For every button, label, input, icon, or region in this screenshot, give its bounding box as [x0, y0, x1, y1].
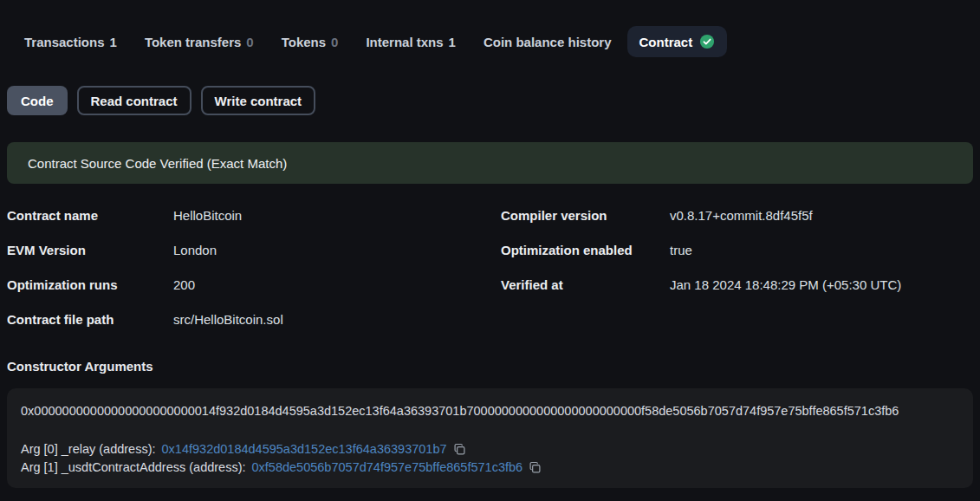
copy-icon: [453, 443, 466, 456]
tab-label: Internal txns: [366, 35, 443, 49]
tab-tokens[interactable]: Tokens 0: [282, 35, 339, 49]
read-contract-button[interactable]: Read contract: [77, 86, 191, 115]
tab-internal-txns[interactable]: Internal txns 1: [366, 35, 456, 49]
compiler-version-value: v0.8.17+commit.8df45f5f: [670, 208, 980, 223]
evm-version-label: EVM Version: [7, 243, 173, 257]
tab-label: Coin balance history: [484, 35, 612, 49]
optimization-runs-value: 200: [173, 277, 501, 292]
constructor-args-raw-hex: 0x00000000000000000000000014f932d0184d45…: [21, 402, 959, 420]
constructor-arg-row: Arg [0] _relay (address): 0x14f932d0184d…: [21, 440, 959, 459]
code-button[interactable]: Code: [7, 86, 68, 115]
compiler-version-label: Compiler version: [501, 208, 670, 223]
evm-version-value: London: [173, 243, 501, 257]
tab-count: 0: [246, 35, 253, 49]
optimization-enabled-label: Optimization enabled: [501, 243, 670, 257]
tab-count: 1: [449, 35, 456, 49]
copy-address-button[interactable]: [529, 461, 542, 474]
tab-bar: Transactions 1 Token transfers 0 Tokens …: [24, 24, 980, 59]
write-contract-button[interactable]: Write contract: [201, 86, 316, 115]
verification-banner-text: Contract Source Code Verified (Exact Mat…: [28, 156, 287, 171]
contract-info-grid: Contract name HelloBitcoin Compiler vers…: [7, 198, 980, 336]
contract-subtabs: Code Read contract Write contract: [7, 86, 980, 115]
constructor-arguments-block: 0x00000000000000000000000014f932d0184d45…: [7, 388, 973, 488]
tab-contract[interactable]: Contract: [627, 26, 728, 57]
verification-banner: Contract Source Code Verified (Exact Mat…: [7, 142, 973, 184]
copy-address-button[interactable]: [453, 443, 466, 456]
tab-label: Tokens: [282, 35, 326, 49]
optimization-runs-label: Optimization runs: [7, 277, 173, 292]
tab-label: Token transfers: [145, 35, 241, 49]
contract-name-label: Contract name: [7, 208, 173, 223]
verified-at-value: Jan 18 2024 18:48:29 PM (+05:30 UTC): [670, 277, 980, 292]
optimization-enabled-value: true: [670, 243, 980, 257]
contract-file-path-value: src/HelloBitcoin.sol: [173, 312, 501, 327]
contract-name-value: HelloBitcoin: [173, 208, 501, 223]
arg-address-link[interactable]: 0xf58de5056b7057d74f957e75bffe865f571c3f…: [252, 459, 523, 477]
tab-label: Contract: [639, 35, 693, 49]
tab-token-transfers[interactable]: Token transfers 0: [145, 35, 254, 49]
arg-prefix: Arg [1] _usdtContractAddress (address):: [21, 459, 246, 477]
tab-count: 0: [331, 35, 338, 49]
constructor-arguments-title: Constructor Arguments: [7, 358, 980, 375]
tab-count: 1: [110, 35, 117, 49]
arg-address-link[interactable]: 0x14f932d0184d4595a3d152ec13f64a36393701…: [162, 440, 447, 459]
contract-file-path-label: Contract file path: [7, 312, 173, 327]
tab-coin-balance-history[interactable]: Coin balance history: [484, 35, 612, 49]
tab-label: Transactions: [24, 35, 105, 49]
check-circle-icon: [699, 34, 715, 49]
constructor-arg-row: Arg [1] _usdtContractAddress (address): …: [21, 459, 959, 477]
verified-at-label: Verified at: [501, 277, 670, 292]
copy-icon: [529, 461, 542, 474]
tab-transactions[interactable]: Transactions 1: [24, 35, 117, 49]
arg-prefix: Arg [0] _relay (address):: [21, 440, 156, 459]
